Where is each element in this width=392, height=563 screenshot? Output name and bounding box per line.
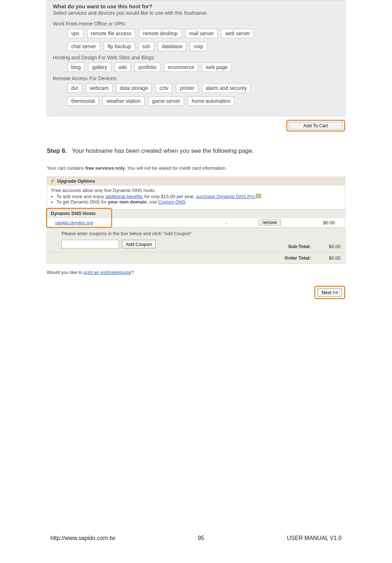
tag-wiki[interactable]: wiki [115,63,131,72]
tag-row: bloggallerywikiportfolioecommerceweb pag… [67,63,339,72]
tag-row: thermostatweather stationgame serverhome… [67,96,339,106]
tag-alarm-and-security[interactable]: alarm and security [202,83,251,93]
svg-marker-0 [51,179,54,184]
tag-ftp-backup[interactable]: ftp backup [104,42,135,51]
services-heading: What do you want to use this host for? [53,3,339,9]
step-8-text: Step 8. Your hostname has been created w… [47,147,345,155]
tag-remote-desktop[interactable]: remote desktop [139,29,182,38]
coupon-row: Please enter coupons in the box below an… [47,228,345,252]
dns-hosts-section: Dynamic DNS Hosts sapido.dyndns.org - re… [47,209,345,228]
tag-home-automation[interactable]: home automation [188,96,234,106]
tag-row: vpnremote file accessremote desktopmail … [67,29,339,38]
dns-price: $0.00 [281,220,342,225]
tag-dvr[interactable]: dvr [67,83,82,93]
tag-portfolio[interactable]: portfolio [135,63,160,72]
upgrade-bullet-2: To get Dynamic DNS for your own domain, … [56,199,341,205]
add-to-cart-row: Add To Cart [47,116,345,139]
services-group-label: Remote Access For Devices: [53,75,339,81]
upgrade-header: Upgrade Options [47,177,345,186]
step-body: Your hostname has been created when you … [72,147,254,154]
order-total-label: Order Total: [284,255,311,261]
dns-host-row: sapido.dyndns.org - remove $0.00 [47,218,345,228]
tag-blog[interactable]: blog [67,63,85,72]
upgrade-line0: Free accounts allow only five Dynamic DN… [51,188,341,193]
upgrade-title: Upgrade Options [57,178,95,184]
print-estimate-line: Would you like to print an estimate/quot… [47,270,345,275]
footer-page-number: 95 [115,535,287,541]
upgrade-body: Free accounts allow only five Dynamic DN… [47,186,345,209]
footer-right: USER MANUAL V1.0 [287,535,342,541]
cart-intro-prefix: Your cart contains [47,165,85,171]
cart-intro-bold: free services only [85,165,125,171]
order-total-value: $0.00 [329,255,341,261]
coupon-label: Please enter coupons in the box below an… [61,231,288,236]
coupon-input[interactable] [61,240,119,248]
next-button[interactable]: Next >> [318,288,342,297]
tag-game-server[interactable]: game server [148,96,184,106]
tag-voip[interactable]: voip [190,42,207,51]
tag-row: chat serverftp backupsshdatabasevoip [67,42,339,51]
purchase-dns-pro-link[interactable]: purchase Dynamic DNS Pro [196,194,256,199]
custom-dns-link[interactable]: Custom DNS [158,199,185,205]
add-coupon-button[interactable]: Add Coupon [122,240,156,248]
print-estimate-link[interactable]: print an estimate/quote [83,270,131,275]
page-footer: http://www.sapido.com.tw 95 USER MANUAL … [0,535,392,541]
tag-weather-station[interactable]: weather station [102,96,145,106]
remove-button[interactable]: remove [259,219,281,226]
next-row: Next >> [47,286,345,299]
order-total-row: Order Total: $0.00 [47,252,345,264]
tag-data-storage[interactable]: data storage [116,83,152,93]
next-highlight: Next >> [314,286,345,299]
add-to-cart-button[interactable]: Add To Cart [289,122,343,129]
tag-ssh[interactable]: ssh [138,42,154,51]
additional-benefits-link[interactable]: additional benefits [105,194,143,199]
subtotal-label: Sub-Total: [288,244,311,249]
tag-vpn[interactable]: vpn [67,29,83,38]
tag-thermostat[interactable]: thermostat [67,96,99,106]
cart-panel: Upgrade Options Free accounts allow only… [47,177,345,264]
dns-dash: - [194,220,259,225]
services-panel: What do you want to use this host for? S… [47,0,345,116]
cart-intro-suffix: . You will not be asked for credit card … [125,165,227,171]
upgrade-bullet-1: To add more and enjoy additional benefit… [56,194,341,199]
tag-webcam[interactable]: webcam [86,83,112,93]
footer-left: http://www.sapido.com.tw [50,535,115,541]
dns-hosts-title: Dynamic DNS Hosts [47,209,345,218]
tag-row: dvrwebcamdata storagecctvprinteralarm an… [67,83,339,93]
tag-gallery[interactable]: gallery [88,63,111,72]
services-group-label: Work From Home Office or VPN: [53,21,339,27]
tag-database[interactable]: database [158,42,187,51]
services-group-label: Hosting and Design For Web Sites and Blo… [53,55,339,60]
add-to-cart-highlight: Add To Cart [286,120,345,132]
tag-web-server[interactable]: web server [221,29,254,38]
cart-badge-icon [256,194,261,198]
cart-intro: Your cart contains free services only. Y… [47,165,345,171]
dns-host-link[interactable]: sapido.dyndns.org [55,220,194,225]
tag-ecommerce[interactable]: ecommerce [164,63,198,72]
tag-cctv[interactable]: cctv [155,83,172,93]
tag-remote-file-access[interactable]: remote file access [87,29,136,38]
tag-printer[interactable]: printer [176,83,198,93]
services-subheading: Select services and devices you would li… [53,10,339,16]
tag-web-page[interactable]: web page [202,63,232,72]
tag-chat-server[interactable]: chat server [67,42,100,51]
lightning-icon [50,179,55,184]
tag-mail-server[interactable]: mail server [185,29,218,38]
step-label: Step 8. [47,147,67,154]
subtotal-value: $0.00 [329,244,341,249]
